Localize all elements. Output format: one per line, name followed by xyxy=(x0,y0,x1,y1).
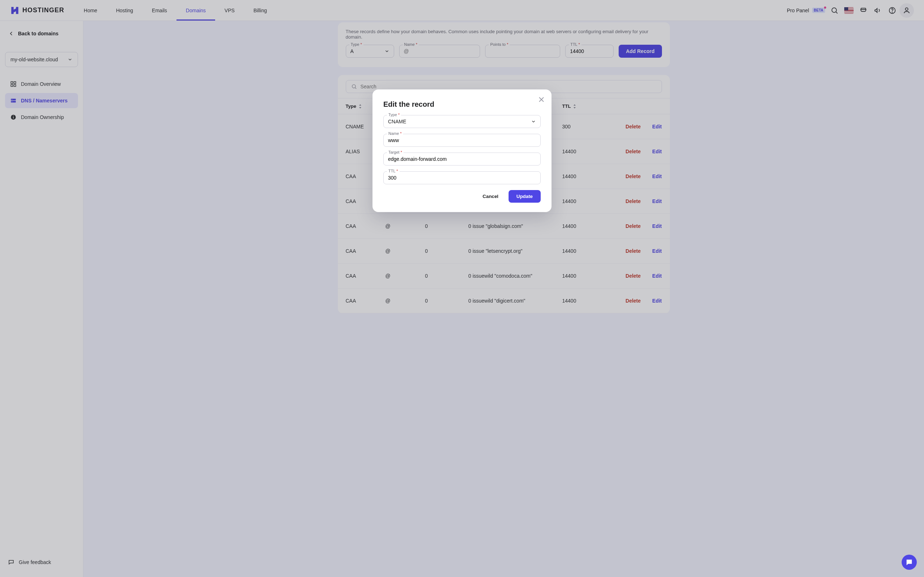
modal-ttl-input[interactable] xyxy=(388,175,536,181)
chevron-down-icon xyxy=(531,119,536,124)
modal-type-value: CNAME xyxy=(388,119,406,124)
modal-field-target[interactable]: Target * xyxy=(383,153,541,166)
update-button[interactable]: Update xyxy=(509,190,541,203)
modal-title: Edit the record xyxy=(383,100,541,108)
cancel-button[interactable]: Cancel xyxy=(476,190,505,203)
modal-field-ttl[interactable]: TTL * xyxy=(383,171,541,184)
intercom-launcher[interactable] xyxy=(901,554,917,570)
modal-scrim[interactable] xyxy=(0,0,924,577)
modal-field-name[interactable]: Name * xyxy=(383,134,541,147)
edit-record-modal: Edit the record Type * CNAME Name * Targ… xyxy=(373,89,551,212)
modal-field-type[interactable]: Type * CNAME xyxy=(383,115,541,128)
modal-name-input[interactable] xyxy=(388,137,536,143)
modal-target-input[interactable] xyxy=(388,156,536,162)
close-icon[interactable] xyxy=(537,95,546,104)
